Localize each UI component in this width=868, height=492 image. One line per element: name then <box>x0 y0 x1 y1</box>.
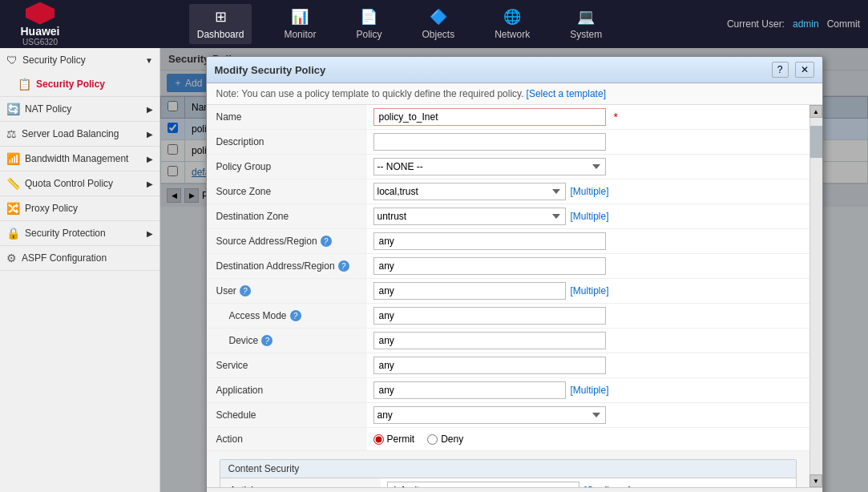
sidebar-label-security-policy-group: Security Policy <box>22 54 86 66</box>
description-control <box>367 130 809 155</box>
slb-icon: ⚖ <box>6 127 17 140</box>
access-mode-control <box>367 304 809 329</box>
sidebar-item-proxy[interactable]: 🔀 Proxy Policy <box>0 196 159 220</box>
close-button[interactable]: ✕ <box>795 62 814 78</box>
description-input[interactable] <box>373 133 606 151</box>
nav-item-system[interactable]: 💻 System <box>562 4 610 44</box>
nav-item-monitor[interactable]: 📊 Monitor <box>276 4 324 44</box>
proxy-icon: 🔀 <box>6 202 20 215</box>
permit-radio[interactable] <box>373 434 384 445</box>
source-address-input[interactable] <box>373 232 606 250</box>
permit-radio-label[interactable]: Permit <box>373 434 415 445</box>
access-mode-help-icon[interactable]: ? <box>290 310 301 321</box>
modal-header: Modify Security Policy ? ✕ <box>207 57 822 83</box>
sidebar-section-security-protection: 🔒 Security Protection ▶ <box>0 221 159 246</box>
nat-icon: 🔄 <box>6 103 20 115</box>
sidebar-section-slb: ⚖ Server Load Balancing ▶ <box>0 122 159 147</box>
quota-arrow-icon: ▶ <box>147 179 153 188</box>
aspf-icon: ⚙ <box>6 252 17 264</box>
slb-arrow-icon: ▶ <box>147 130 153 139</box>
application-multiple-link[interactable]: [Multiple] <box>571 385 609 396</box>
modal-title: Modify Security Policy <box>215 64 765 76</box>
destination-zone-select[interactable]: untrust <box>373 208 566 225</box>
sidebar-label-nat: NAT Policy <box>25 103 71 115</box>
source-zone-control: local,trust [Multiple] <box>367 179 809 204</box>
sidebar-label-aspf: ASPF Configuration <box>22 252 107 264</box>
destination-zone-multiple-link[interactable]: [Multiple] <box>571 211 609 222</box>
security-policy-group-icon: 🛡 <box>6 54 18 67</box>
sidebar-label-security-protection: Security Protection <box>25 228 106 239</box>
security-policy-icon: 📋 <box>18 78 31 91</box>
source-zone-label: Source Zone <box>207 179 367 204</box>
scroll-thumb[interactable] <box>810 126 822 158</box>
source-address-help-icon[interactable]: ? <box>321 236 332 247</box>
destination-address-help-icon[interactable]: ? <box>338 260 349 272</box>
security-protection-icon: 🔒 <box>6 227 20 240</box>
scroll-up-btn[interactable]: ▲ <box>809 105 822 118</box>
user-multiple-link[interactable]: [Multiple] <box>571 285 609 296</box>
sidebar-item-security-policy[interactable]: 📋 Security Policy <box>0 72 159 96</box>
scroll-down-btn[interactable]: ▼ <box>809 474 822 487</box>
sidebar-item-nat-policy[interactable]: 🔄 NAT Policy ▶ <box>0 97 159 121</box>
sidebar: 🛡 Security Policy ▼ 📋 Security Policy 🔄 … <box>0 48 160 492</box>
modal-scrollbar: ▲ ▼ <box>809 105 822 487</box>
content-area: Security Policy ＋ Add ▼ ✕ Name <box>160 48 868 492</box>
access-mode-input[interactable] <box>373 307 606 325</box>
modal-note: Note: You can use a policy template to q… <box>207 83 822 105</box>
name-input[interactable] <box>373 108 606 126</box>
user-help-icon[interactable]: ? <box>240 285 251 296</box>
application-input[interactable] <box>373 381 566 399</box>
content-security-section: Content Security Antivirus <box>220 459 797 487</box>
modal-footer: OK Cancel <box>207 487 822 492</box>
security-protection-arrow-icon: ▶ <box>147 229 153 238</box>
permit-label: Permit <box>387 434 415 445</box>
source-zone-multiple-link[interactable]: [Multiple] <box>571 186 609 197</box>
monitor-icon: 📊 <box>291 8 309 26</box>
main-layout: 🛡 Security Policy ▼ 📋 Security Policy 🔄 … <box>0 48 868 492</box>
vendor-name: Huawei <box>20 25 59 38</box>
commit-link[interactable]: Commit <box>827 18 860 30</box>
schedule-select[interactable]: any <box>373 406 606 424</box>
sidebar-item-aspf[interactable]: ⚙ ASPF Configuration <box>0 246 159 270</box>
model-name: USG6320 <box>22 38 58 46</box>
dashboard-icon: ⊞ <box>215 8 227 26</box>
antivirus-select[interactable]: default <box>387 482 579 487</box>
sidebar-item-quota[interactable]: 📏 Quota Control Policy ▶ <box>0 171 159 196</box>
destination-zone-label: Destination Zone <box>207 204 367 229</box>
user-label: User ? <box>207 279 367 304</box>
help-button[interactable]: ? <box>772 62 789 78</box>
sidebar-item-security-protection[interactable]: 🔒 Security Protection ▶ <box>0 221 159 245</box>
source-zone-select-wrapper: local,trust <box>373 183 566 200</box>
sidebar-item-security-policy-group[interactable]: 🛡 Security Policy ▼ <box>0 48 159 72</box>
note-text: Note: You can use a policy template to q… <box>216 88 524 99</box>
network-icon: 🌐 <box>503 8 521 26</box>
bandwidth-icon: 📶 <box>6 152 20 165</box>
action-label: Action <box>207 428 367 451</box>
service-input[interactable] <box>373 357 606 374</box>
schedule-label: Schedule <box>207 403 367 428</box>
nav-item-objects[interactable]: 🔷 Objects <box>414 4 462 44</box>
nav-item-dashboard[interactable]: ⊞ Dashboard <box>189 4 252 44</box>
bandwidth-arrow-icon: ▶ <box>147 155 153 163</box>
main-nav: ⊞ Dashboard 📊 Monitor 📄 Policy 🔷 Objects… <box>88 4 711 44</box>
nav-item-network[interactable]: 🌐 Network <box>486 4 538 44</box>
sidebar-item-bandwidth[interactable]: 📶 Bandwidth Management ▶ <box>0 147 159 171</box>
device-help-icon[interactable]: ? <box>261 335 273 346</box>
nav-label-policy: Policy <box>356 29 382 40</box>
deny-radio[interactable] <box>427 434 438 445</box>
nav-item-policy[interactable]: 📄 Policy <box>348 4 390 44</box>
template-link[interactable]: [Select a template] <box>527 88 606 99</box>
source-zone-select[interactable]: local,trust <box>373 183 566 200</box>
destination-address-input[interactable] <box>373 257 606 275</box>
sidebar-item-server-load-balancing[interactable]: ⚖ Server Load Balancing ▶ <box>0 122 159 146</box>
sidebar-section-security: 🛡 Security Policy ▼ 📋 Security Policy <box>0 48 159 97</box>
user-input[interactable] <box>373 282 566 300</box>
application-label: Application <box>207 378 367 403</box>
deny-radio-label[interactable]: Deny <box>427 434 463 445</box>
content-security-label: Content Security <box>228 463 300 474</box>
device-input[interactable] <box>373 332 606 349</box>
name-control: * <box>367 105 809 130</box>
sidebar-section-quota: 📏 Quota Control Policy ▶ <box>0 171 159 196</box>
destination-address-label: Destination Address/Region ? <box>207 254 367 279</box>
policy-group-select[interactable]: -- NONE -- <box>373 158 606 175</box>
